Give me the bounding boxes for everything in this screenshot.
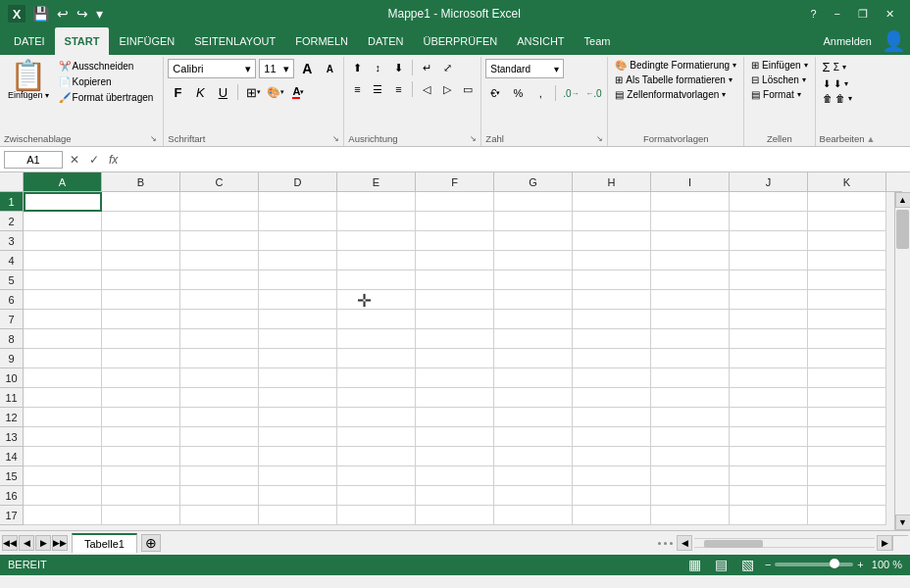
cell-i5[interactable] <box>651 270 730 290</box>
vertical-scrollbar[interactable]: ▲ ▼ <box>894 192 910 530</box>
cell-j2[interactable] <box>730 212 808 231</box>
col-header-f[interactable]: F <box>416 172 494 192</box>
cell-i17[interactable] <box>651 506 730 525</box>
cell-g13[interactable] <box>494 427 573 447</box>
cell-styles-btn[interactable]: ▤ Zellenformatvorlagen ▾ <box>612 88 729 101</box>
add-sheet-btn[interactable]: ⊕ <box>141 534 161 552</box>
font-grow-btn[interactable]: A <box>297 59 317 78</box>
cell-e15[interactable] <box>337 466 416 486</box>
cell-b14[interactable] <box>102 447 180 466</box>
tab-daten[interactable]: DATEN <box>358 27 413 55</box>
cell-e5[interactable] <box>337 270 416 290</box>
cell-j14[interactable] <box>730 447 808 466</box>
cell-k16[interactable] <box>808 486 886 506</box>
indent-increase-btn[interactable]: ▷ <box>438 80 456 98</box>
cell-j5[interactable] <box>730 270 808 290</box>
merge-btn[interactable]: ▭ <box>459 80 477 98</box>
cell-a15[interactable] <box>24 466 102 486</box>
cell-f5[interactable] <box>416 270 494 290</box>
cell-b12[interactable] <box>102 408 180 427</box>
view-layout-btn[interactable]: ▤ <box>712 556 731 573</box>
cell-c8[interactable] <box>180 329 259 349</box>
cell-j6[interactable] <box>730 290 808 310</box>
conditional-format-btn[interactable]: 🎨 Bedingte Formatierung ▾ <box>612 59 739 72</box>
cell-i3[interactable] <box>651 231 730 251</box>
cell-e3[interactable] <box>337 231 416 251</box>
cell-g17[interactable] <box>494 506 573 525</box>
cell-f2[interactable] <box>416 212 494 231</box>
align-left-btn[interactable]: ≡ <box>348 80 366 98</box>
tab-formeln[interactable]: FORMELN <box>285 27 358 55</box>
paste-dropdown-caret[interactable]: ▾ <box>45 91 49 100</box>
cell-f10[interactable] <box>416 368 494 388</box>
cell-b16[interactable] <box>102 486 180 506</box>
tab-ansicht[interactable]: ANSICHT <box>507 27 574 55</box>
cell-f8[interactable] <box>416 329 494 349</box>
cell-d2[interactable] <box>259 212 337 231</box>
cell-k10[interactable] <box>808 368 886 388</box>
quick-access-dropdown-btn[interactable]: ▾ <box>93 7 106 21</box>
cell-c3[interactable] <box>180 231 259 251</box>
cell-k13[interactable] <box>808 427 886 447</box>
cell-k1[interactable] <box>808 192 886 212</box>
cell-i1[interactable] <box>651 192 730 212</box>
align-bottom-btn[interactable]: ⬇ <box>389 59 407 76</box>
cell-f14[interactable] <box>416 447 494 466</box>
cell-i9[interactable] <box>651 349 730 368</box>
cell-d3[interactable] <box>259 231 337 251</box>
cell-h8[interactable] <box>573 329 651 349</box>
cell-i11[interactable] <box>651 388 730 408</box>
cell-c2[interactable] <box>180 212 259 231</box>
font-shrink-btn[interactable]: A <box>320 59 339 78</box>
row-header-11[interactable]: 11 <box>0 388 24 408</box>
thousands-btn[interactable]: , <box>531 83 550 103</box>
underline-button[interactable]: U <box>213 82 232 102</box>
cell-a9[interactable] <box>24 349 102 368</box>
row-header-7[interactable]: 7 <box>0 310 24 329</box>
cell-k9[interactable] <box>808 349 886 368</box>
cell-h3[interactable] <box>573 231 651 251</box>
cell-g8[interactable] <box>494 329 573 349</box>
cell-c9[interactable] <box>180 349 259 368</box>
cell-b8[interactable] <box>102 329 180 349</box>
cell-e6[interactable]: ✛ <box>337 290 416 310</box>
italic-button[interactable]: K <box>190 82 210 102</box>
cut-button[interactable]: ✂️ Ausschneiden <box>55 59 158 74</box>
cell-g7[interactable] <box>494 310 573 329</box>
row-header-12[interactable]: 12 <box>0 408 24 427</box>
formula-cancel-btn[interactable]: ✕ <box>67 152 82 168</box>
view-normal-btn[interactable]: ▦ <box>685 556 704 573</box>
cell-j13[interactable] <box>730 427 808 447</box>
cell-h9[interactable] <box>573 349 651 368</box>
increase-decimal-btn[interactable]: .0→ <box>561 83 581 103</box>
formula-confirm-btn[interactable]: ✓ <box>86 152 102 168</box>
cell-e8[interactable] <box>337 329 416 349</box>
row-header-10[interactable]: 10 <box>0 368 24 388</box>
cell-b10[interactable] <box>102 368 180 388</box>
copy-button[interactable]: 📄 Kopieren <box>55 74 158 89</box>
cell-k4[interactable] <box>808 251 886 270</box>
cell-h6[interactable] <box>573 290 651 310</box>
cell-k6[interactable] <box>808 290 886 310</box>
close-btn[interactable]: ✕ <box>878 6 902 23</box>
cell-d4[interactable] <box>259 251 337 270</box>
row-header-3[interactable]: 3 <box>0 231 24 251</box>
euro-btn[interactable]: € ▾ <box>485 83 505 103</box>
number-format-dropdown[interactable]: Standard ▾ <box>485 59 564 78</box>
alignment-expand-icon[interactable]: ↘ <box>470 134 477 143</box>
cell-c6[interactable] <box>180 290 259 310</box>
cell-e11[interactable] <box>337 388 416 408</box>
cell-h2[interactable] <box>573 212 651 231</box>
cell-k15[interactable] <box>808 466 886 486</box>
cell-j10[interactable] <box>730 368 808 388</box>
cell-j11[interactable] <box>730 388 808 408</box>
cell-d10[interactable] <box>259 368 337 388</box>
format-painter-button[interactable]: 🖌️ Format übertragen <box>55 90 158 105</box>
cell-i8[interactable] <box>651 329 730 349</box>
cell-g11[interactable] <box>494 388 573 408</box>
cell-i16[interactable] <box>651 486 730 506</box>
cell-c7[interactable] <box>180 310 259 329</box>
cell-g10[interactable] <box>494 368 573 388</box>
table-format-btn[interactable]: ⊞ Als Tabelle formatieren ▾ <box>612 74 735 86</box>
cell-j3[interactable] <box>730 231 808 251</box>
